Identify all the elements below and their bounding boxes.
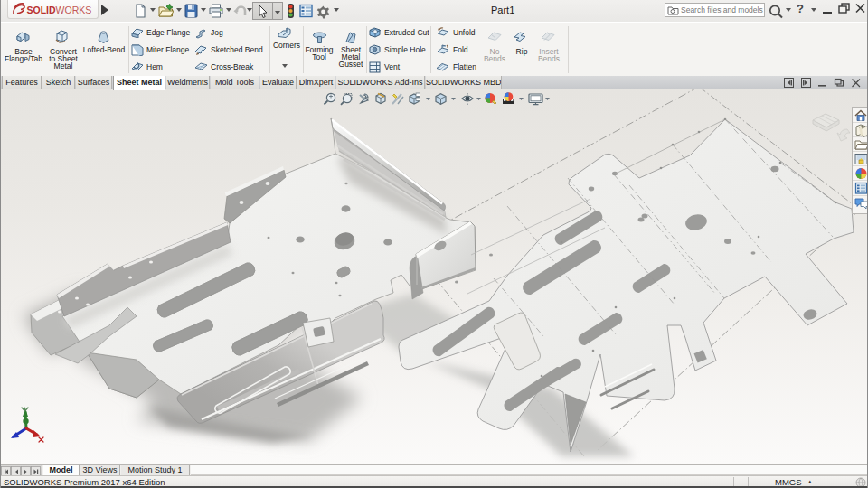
svg-text:SOLIDWORKS: SOLIDWORKS <box>27 5 92 15</box>
